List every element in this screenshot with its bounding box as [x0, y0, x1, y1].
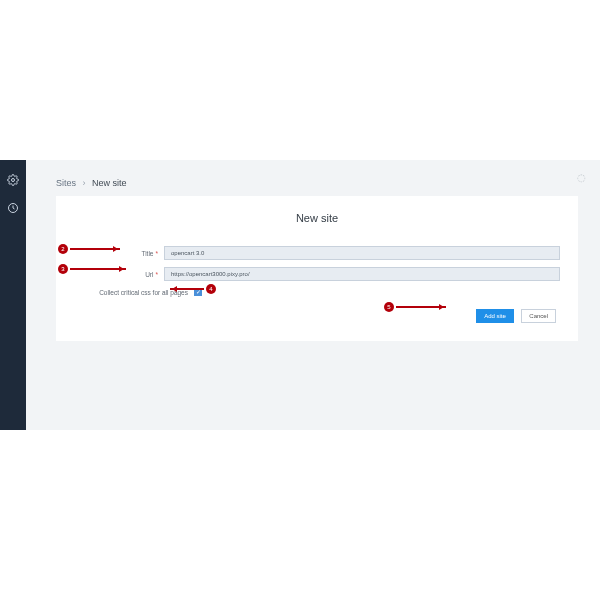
crumb-current: New site	[92, 178, 127, 188]
page-title: New site	[74, 212, 560, 224]
breadcrumb: Sites › New site	[56, 178, 578, 188]
crumb-parent[interactable]: Sites	[56, 178, 76, 188]
title-input[interactable]: opencart 3.0	[164, 246, 560, 260]
add-site-button[interactable]: Add site	[476, 309, 514, 323]
sidebar	[0, 160, 26, 430]
annotation-badge-3: 3	[58, 264, 68, 274]
clock-icon[interactable]	[7, 200, 19, 218]
title-label: Title	[141, 250, 153, 257]
cancel-button[interactable]: Cancel	[521, 309, 556, 323]
annotation-badge-4: 4	[206, 284, 216, 294]
annotation-badge-5: 5	[384, 302, 394, 312]
url-label: Url	[145, 271, 153, 278]
annotation-arrow-5	[396, 306, 446, 308]
main-area: ◌ Sites › New site New site Title* openc…	[26, 160, 600, 430]
annotation-arrow-4	[170, 288, 204, 290]
annotation-arrow-3	[70, 268, 126, 270]
help-icon[interactable]: ◌	[577, 172, 586, 183]
gear-icon[interactable]	[7, 172, 19, 190]
annotation-arrow-2	[70, 248, 120, 250]
annotation-badge-2: 2	[58, 244, 68, 254]
url-input[interactable]: https://opencart3000.pixy.pro/	[164, 267, 560, 281]
svg-point-0	[12, 179, 15, 182]
form-card: New site Title* opencart 3.0 Url* https:…	[56, 196, 578, 341]
